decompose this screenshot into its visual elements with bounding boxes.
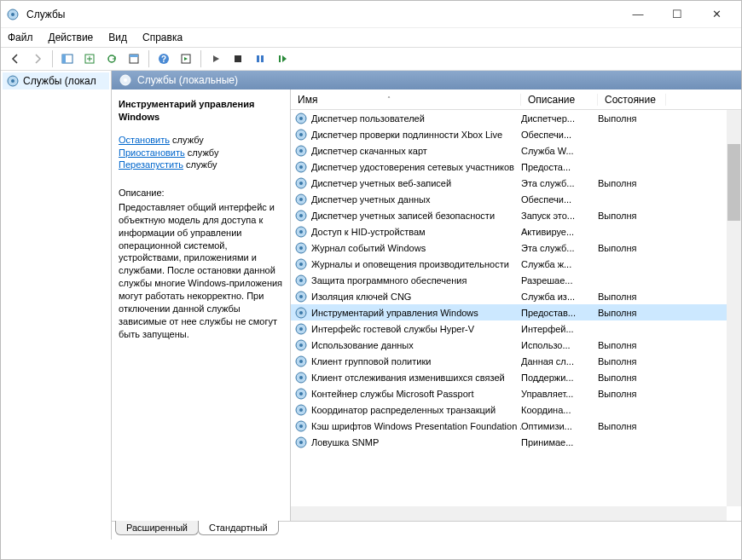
forward-button[interactable] (28, 49, 47, 68)
col-description[interactable]: Описание (521, 94, 598, 106)
pause-link[interactable]: Приостановить (119, 147, 185, 158)
service-state-cell: Выполня (598, 421, 666, 431)
back-button[interactable] (6, 49, 25, 68)
service-gear-icon (294, 338, 308, 352)
svg-point-41 (299, 295, 303, 298)
svg-rect-3 (62, 55, 66, 63)
svg-rect-11 (257, 55, 259, 62)
service-row[interactable]: Журналы и оповещения производительностиС… (291, 256, 741, 272)
service-row[interactable]: Диспетчер скачанных картСлужба W... (291, 142, 741, 159)
service-row[interactable]: Диспетчер удостоверения сетевых участник… (291, 159, 741, 175)
tree-root-label: Службы (локал (23, 75, 96, 87)
scrollbar-thumb[interactable] (728, 144, 740, 221)
service-gear-icon (294, 436, 308, 449)
export-button[interactable] (80, 49, 99, 68)
tab-standard[interactable]: Стандартный (198, 521, 279, 535)
service-name-cell: Диспетчер скачанных карт (294, 144, 521, 158)
svg-point-55 (299, 408, 303, 412)
service-row[interactable]: Кэш шрифтов Windows Presentation Foundat… (291, 418, 741, 434)
properties-button[interactable] (125, 49, 143, 68)
stop-link[interactable]: Остановить (119, 135, 170, 145)
service-state-cell: Выполня (598, 389, 666, 399)
service-desc-cell: Интерфей... (521, 324, 598, 334)
maximize-button[interactable]: ☐ (658, 2, 697, 27)
refresh-button[interactable] (102, 49, 121, 68)
service-row[interactable]: Контейнер службы Microsoft PassportУправ… (291, 385, 741, 401)
svg-rect-10 (235, 55, 241, 62)
svg-point-27 (299, 182, 303, 185)
service-name-cell: Диспетчер учетных веб-записей (294, 176, 521, 190)
service-gear-icon (294, 144, 308, 158)
service-row[interactable]: Координатор распределенных транзакцийКоо… (291, 401, 741, 418)
vertical-scrollbar[interactable] (727, 110, 741, 506)
pause-button[interactable] (251, 49, 270, 68)
svg-point-37 (299, 263, 303, 266)
menu-file[interactable]: Файл (8, 32, 33, 43)
service-row[interactable]: Диспетчер учетных записей безопасностиЗа… (291, 207, 741, 223)
service-row[interactable]: Доступ к HID-устройствамАктивируе... (291, 223, 741, 240)
service-state-cell: Выполня (598, 292, 666, 302)
help-button[interactable]: ? (154, 49, 173, 68)
svg-point-39 (299, 279, 303, 282)
service-name-cell: Клиент отслеживания изменившихся связей (294, 371, 521, 384)
service-desc-cell: Эта служб... (521, 178, 598, 188)
restart-button[interactable] (273, 49, 292, 68)
list-body[interactable]: Диспетчер пользователейДиспетчер...Выпол… (291, 110, 741, 521)
stop-button[interactable] (229, 49, 247, 68)
service-desc-cell: Использо... (521, 340, 598, 350)
service-name-cell: Использование данных (294, 338, 521, 352)
service-name-cell: Доступ к HID-устройствам (294, 225, 521, 239)
close-button[interactable]: ✕ (697, 2, 736, 27)
horizontal-scrollbar[interactable] (291, 506, 727, 521)
svg-point-47 (299, 344, 303, 347)
service-row[interactable]: Диспетчер пользователейДиспетчер...Выпол… (291, 110, 741, 126)
service-gear-icon (294, 112, 308, 125)
service-desc-cell: Запуск это... (521, 211, 598, 221)
tab-extended[interactable]: Расширенный (115, 521, 199, 535)
service-row[interactable]: Использование данныхИспользо...Выполня (291, 337, 741, 353)
service-row[interactable]: Интерфейс гостевой службы Hyper-VИнтерфе… (291, 320, 741, 337)
restart-link[interactable]: Перезапустить (119, 159, 183, 170)
gear-icon (119, 73, 132, 87)
tree-root-item[interactable]: Службы (локал (3, 72, 109, 89)
menu-view[interactable]: Вид (108, 32, 127, 43)
svg-point-51 (299, 376, 303, 379)
service-row[interactable]: Клиент отслеживания изменившихся связейП… (291, 369, 741, 385)
service-row[interactable]: Журнал событий WindowsЭта служб...Выполн… (291, 240, 741, 256)
service-row[interactable]: Изоляция ключей CNGСлужба из...Выполня (291, 288, 741, 304)
service-name-cell: Журналы и оповещения производительности (294, 257, 521, 271)
tree-pane: Службы (локал (1, 71, 112, 540)
service-desc-cell: Разрешае... (521, 275, 598, 286)
service-desc-cell: Предостав... (521, 308, 598, 318)
service-row[interactable]: Защита программного обеспеченияРазрешае.… (291, 272, 741, 288)
col-name[interactable]: Имя ˄ (291, 94, 521, 106)
svg-rect-12 (261, 55, 264, 62)
service-name-cell: Ловушка SNMP (294, 436, 521, 449)
service-row[interactable]: Диспетчер проверки подлинности Xbox Live… (291, 126, 741, 142)
service-row[interactable]: Инструментарий управления WindowsПредост… (291, 304, 741, 320)
service-desc-cell: Обеспечи... (521, 130, 598, 140)
service-row[interactable]: Клиент групповой политикиДанная сл...Вып… (291, 353, 741, 369)
service-gear-icon (294, 160, 308, 174)
details-pane: Инструментарий управления Windows Остано… (112, 89, 291, 521)
service-state-cell: Выполня (598, 308, 666, 318)
service-row[interactable]: Диспетчер учетных данныхОбеспечи... (291, 191, 741, 207)
menu-bar: Файл Действие Вид Справка (1, 28, 741, 47)
service-state-cell: Выполня (598, 178, 666, 188)
service-name-cell: Диспетчер проверки подлинности Xbox Live (294, 128, 521, 141)
play-button[interactable] (206, 49, 225, 68)
svg-rect-13 (279, 55, 281, 62)
minimize-button[interactable]: — (618, 2, 658, 27)
svg-point-31 (299, 214, 303, 217)
service-gear-icon (294, 306, 308, 320)
service-row[interactable]: Ловушка SNMPПринимае... (291, 434, 741, 450)
col-state[interactable]: Состояние (598, 94, 666, 106)
service-row[interactable]: Диспетчер учетных веб-записейЭта служб..… (291, 175, 741, 191)
action-button[interactable] (177, 49, 195, 68)
menu-help[interactable]: Справка (142, 32, 183, 43)
service-name-cell: Диспетчер учетных данных (294, 193, 521, 206)
show-hide-tree-button[interactable] (58, 49, 77, 68)
menu-action[interactable]: Действие (49, 32, 94, 43)
sort-indicator-icon: ˄ (387, 95, 391, 103)
pane-header: Службы (локальные) (112, 71, 741, 89)
